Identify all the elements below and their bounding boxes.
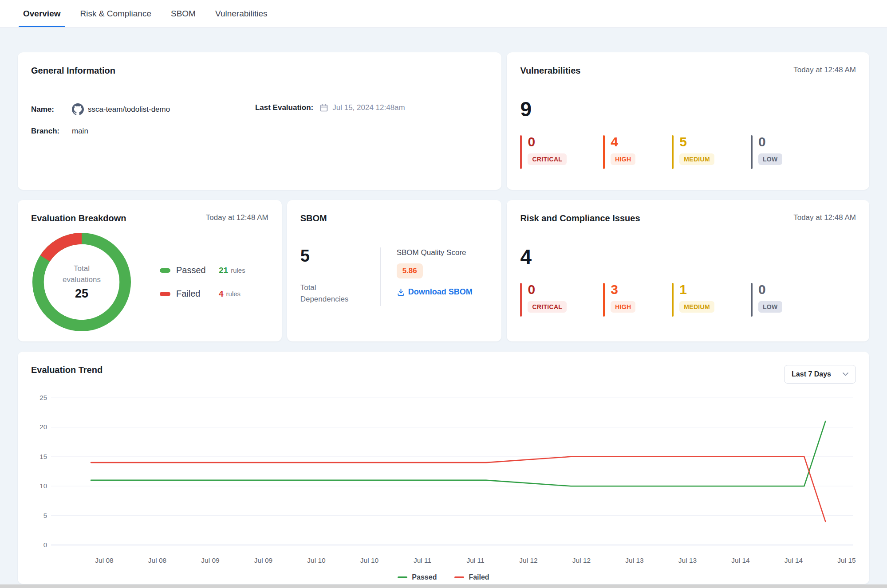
- severity-low: 0LOW: [751, 283, 782, 317]
- svg-text:Jul 09: Jul 09: [254, 557, 272, 564]
- severity-count: 0: [528, 283, 567, 296]
- sbom-card: SBOM 5 Total Dependencies SBOM Quality S…: [287, 200, 502, 341]
- severity-badge: HIGH: [611, 153, 635, 165]
- svg-text:Jul 13: Jul 13: [678, 557, 697, 564]
- risk-severity-row: 0CRITICAL3HIGH1MEDIUM0LOW: [520, 283, 856, 317]
- failed-line-marker: [454, 576, 464, 578]
- legend-item-failed: Failed 4 rules: [160, 289, 245, 299]
- tab-bar: OverviewRisk & ComplianceSBOMVulnerabili…: [0, 0, 887, 27]
- general-information-card: General Information Name: ssca-team/todo…: [18, 52, 501, 190]
- trend-range-label: Last 7 Days: [792, 370, 831, 378]
- severity-bar: [751, 135, 753, 169]
- svg-text:Jul 14: Jul 14: [731, 557, 750, 564]
- passed-marker: [160, 268, 170, 273]
- svg-text:10: 10: [39, 482, 47, 490]
- vulnerabilities-timestamp: Today at 12:48 AM: [793, 66, 856, 74]
- vulnerabilities-severity-row: 0CRITICAL4HIGH5MEDIUM0LOW: [520, 135, 856, 169]
- tab-sbom[interactable]: SBOM: [171, 0, 196, 27]
- severity-bar: [520, 135, 522, 169]
- failed-unit: rules: [226, 290, 241, 298]
- last-evaluation-value: Jul 15, 2024 12:48am: [332, 103, 405, 112]
- failed-count: 4: [219, 289, 224, 299]
- download-sbom-link[interactable]: Download SBOM: [397, 287, 473, 297]
- evaluation-breakdown-timestamp: Today at 12:48 AM: [206, 213, 268, 222]
- download-icon: [397, 288, 405, 296]
- risk-compliance-title: Risk and Compliance Issues: [520, 213, 640, 223]
- svg-text:Jul 11: Jul 11: [466, 557, 484, 564]
- svg-text:15: 15: [39, 453, 47, 460]
- severity-bar: [520, 283, 522, 317]
- svg-text:Jul 10: Jul 10: [360, 557, 379, 564]
- name-field: Name: ssca-team/todolist-demo: [31, 103, 255, 115]
- donut-center-label: Total evaluations: [55, 263, 108, 285]
- severity-bar: [672, 135, 674, 169]
- evaluation-trend-title: Evaluation Trend: [31, 365, 102, 375]
- branch-field: Branch: main: [31, 127, 255, 136]
- svg-text:5: 5: [43, 512, 47, 519]
- svg-text:Jul 11: Jul 11: [414, 557, 431, 564]
- sbom-quality-score-badge: 5.86: [397, 263, 423, 278]
- general-information-title: General Information: [31, 66, 115, 76]
- risk-compliance-card: Risk and Compliance Issues Today at 12:4…: [507, 200, 869, 341]
- total-dependencies-label: Total Dependencies: [300, 282, 363, 305]
- severity-count: 0: [758, 283, 782, 296]
- vulnerabilities-total: 9: [520, 99, 856, 119]
- severity-badge: CRITICAL: [528, 301, 567, 313]
- severity-critical: 0CRITICAL: [520, 135, 567, 169]
- trend-legend-failed: Failed: [454, 573, 489, 581]
- trend-legend-passed: Passed: [398, 573, 437, 581]
- passed-unit: rules: [231, 267, 245, 274]
- severity-count: 1: [679, 283, 714, 296]
- severity-count: 4: [611, 135, 635, 149]
- total-dependencies-value: 5: [300, 247, 380, 264]
- github-icon: [72, 103, 84, 115]
- vulnerabilities-title: Vulnerabilities: [520, 66, 580, 76]
- severity-count: 3: [611, 283, 635, 296]
- passed-count: 21: [219, 266, 228, 275]
- severity-bar: [751, 283, 753, 317]
- trend-range-select[interactable]: Last 7 Days: [784, 365, 856, 384]
- risk-compliance-total: 4: [520, 247, 856, 267]
- severity-count: 0: [758, 135, 782, 149]
- repo-name-value: ssca-team/todolist-demo: [88, 105, 170, 114]
- severity-count: 0: [528, 135, 567, 149]
- sbom-title: SBOM: [300, 213, 327, 223]
- bottom-scrollbar[interactable]: [0, 584, 887, 588]
- branch-value: main: [72, 127, 88, 136]
- branch-label: Branch:: [31, 127, 72, 136]
- legend-item-passed: Passed 21 rules: [160, 265, 245, 275]
- severity-badge: LOW: [758, 301, 782, 313]
- severity-badge: HIGH: [611, 301, 635, 313]
- severity-bar: [603, 283, 605, 317]
- svg-text:Jul 15: Jul 15: [837, 557, 855, 564]
- severity-high: 3HIGH: [603, 283, 635, 317]
- dashboard-content: General Information Name: ssca-team/todo…: [0, 27, 887, 584]
- last-evaluation-field: Last Evaluation: Jul 15, 2024 12:48am: [255, 103, 405, 112]
- evaluation-breakdown-card: Evaluation Breakdown Today at 12:48 AM T…: [18, 200, 282, 341]
- svg-text:Jul 09: Jul 09: [201, 557, 219, 564]
- severity-badge: LOW: [758, 153, 782, 165]
- passed-line-marker: [398, 576, 407, 578]
- severity-low: 0LOW: [751, 135, 782, 169]
- severity-medium: 1MEDIUM: [672, 283, 714, 317]
- severity-bar: [672, 283, 674, 317]
- evaluation-trend-card: Evaluation Trend Last 7 Days 0510152025J…: [18, 352, 869, 584]
- severity-badge: MEDIUM: [679, 153, 714, 165]
- svg-text:Jul 08: Jul 08: [95, 557, 113, 564]
- svg-text:Jul 14: Jul 14: [785, 557, 803, 564]
- evaluation-trend-chart: 0510152025Jul 08Jul 08Jul 09Jul 09Jul 10…: [31, 390, 856, 572]
- severity-badge: CRITICAL: [528, 153, 567, 165]
- severity-badge: MEDIUM: [679, 301, 714, 313]
- svg-text:25: 25: [39, 394, 47, 401]
- divider: [380, 247, 381, 306]
- failed-marker: [160, 292, 170, 296]
- svg-text:Jul 10: Jul 10: [307, 557, 326, 564]
- evaluations-donut-chart: Total evaluations 25: [31, 231, 132, 333]
- tab-overview[interactable]: Overview: [23, 0, 61, 27]
- svg-text:0: 0: [43, 541, 47, 549]
- sbom-quality-score-label: SBOM Quality Score: [397, 248, 473, 257]
- svg-text:Jul 08: Jul 08: [148, 557, 166, 564]
- tab-risk-compliance[interactable]: Risk & Compliance: [80, 0, 152, 27]
- tab-vulnerabilities[interactable]: Vulnerabilities: [215, 0, 268, 27]
- last-evaluation-label: Last Evaluation:: [255, 103, 313, 112]
